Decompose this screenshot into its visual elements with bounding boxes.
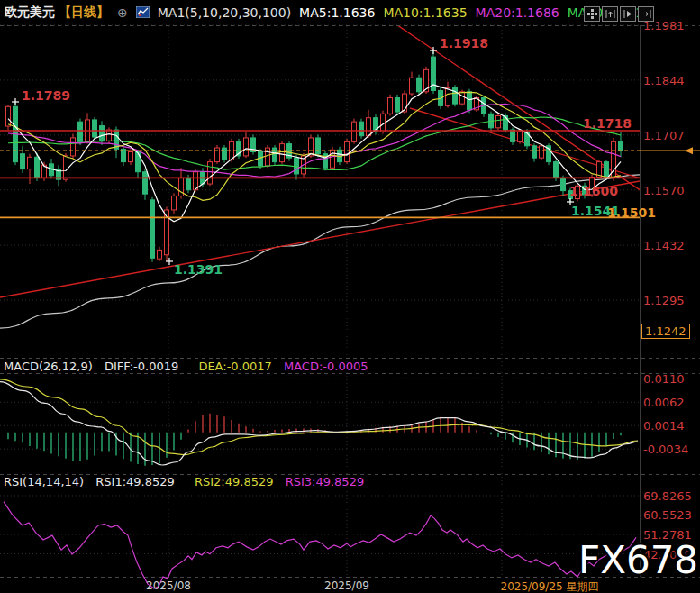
macd-axis-label: 0.0110 — [643, 372, 685, 386]
macd-dea-value: DEA:-0.0017 — [198, 360, 271, 373]
rsi-axis-label: 69.8265 — [643, 489, 692, 503]
macd-axis-label: -0.0034 — [643, 442, 688, 456]
rsi-axis-label: 60.5523 — [643, 508, 692, 522]
macd-axis-label: 0.0062 — [643, 396, 685, 409]
rsi2-value: RSI2:49.8529 — [195, 475, 274, 488]
auto-scroll-icon[interactable] — [620, 6, 636, 22]
price-axis-label: 1.1432 — [643, 239, 685, 252]
price-axis-label: 1.1570 — [643, 184, 685, 197]
symbol-name: 欧元美元 — [5, 5, 55, 21]
price-axis-label: 1.1844 — [643, 74, 685, 87]
price-annotation: 1.1789 — [22, 88, 70, 103]
chart-app: 欧元美元【日线】 ⊕ MA1(5,10,20,30,100) MA5:1.163… — [0, 0, 700, 593]
date-axis-label: 2025/09 — [324, 579, 369, 592]
chart-canvas[interactable] — [0, 0, 700, 593]
price-annotation: 1.1718 — [583, 116, 632, 131]
macd-macd-value: MACD:-0.0005 — [284, 360, 368, 373]
watermark: FX678 — [578, 538, 698, 582]
ma10-value: MA10:1.1635 — [383, 5, 467, 20]
price-annotation: 1.1600 — [569, 184, 618, 198]
mini-chart-icon[interactable] — [136, 6, 150, 18]
price-axis-min-label: 1.1242 — [641, 324, 690, 339]
collapse-right-icon[interactable] — [638, 6, 654, 22]
price-annotation: 1.1918 — [440, 36, 488, 50]
ma5-value: MA5:1.1636 — [299, 5, 375, 20]
ma20-value: MA20:1.1686 — [476, 5, 559, 20]
rsi3-value: RSI3:49.8529 — [286, 475, 365, 488]
date-axis-label: 2025/08 — [146, 579, 191, 592]
price-axis-label: 1.1295 — [643, 294, 685, 307]
chart-toolbar — [584, 6, 654, 22]
chart-header: 欧元美元【日线】 ⊕ MA1(5,10,20,30,100) MA5:1.163… — [0, 0, 651, 24]
rsi1-value: RSI1:49.8529 — [95, 475, 175, 488]
price-annotation: 1.1501 — [607, 205, 656, 220]
move-crosshair-icon[interactable] — [584, 6, 600, 22]
rsi-params: RSI(14,14,14) — [4, 475, 84, 488]
price-annotation: 1.1391 — [174, 262, 223, 277]
ma-settings-label[interactable]: MA1(5,10,20,30,100) — [158, 5, 291, 20]
macd-diff-value: DIFF:-0.0019 — [105, 360, 178, 373]
rsi-header: RSI(14,14,14) RSI1:49.8529 RSI2:49.8529 … — [4, 475, 372, 488]
y-axis-scale-icon[interactable] — [602, 6, 618, 22]
macd-axis-label: 0.0014 — [643, 419, 685, 433]
period-label[interactable]: 【日线】 — [59, 5, 109, 21]
macd-params: MACD(26,12,9) — [4, 360, 93, 373]
price-axis-label: 1.1707 — [643, 129, 685, 142]
macd-header: MACD(26,12,9) DIFF:-0.0019 DEA:-0.0017 M… — [4, 360, 377, 373]
link-icon[interactable]: ⊕ — [117, 5, 128, 20]
